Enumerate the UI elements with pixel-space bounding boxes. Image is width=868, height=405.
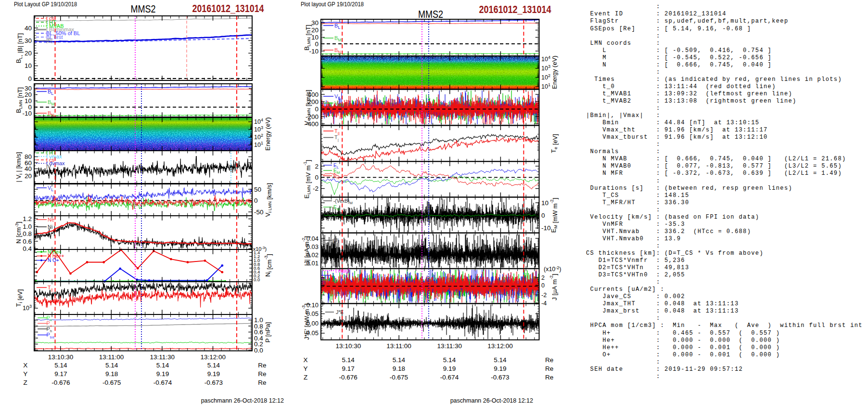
svg-text:Plot layout GP 19/10/2018: Plot layout GP 19/10/2018 xyxy=(301,0,364,8)
svg-text:102: 102 xyxy=(541,73,550,81)
svg-text:104: 104 xyxy=(254,118,263,126)
svg-text:N [cm-3]: N [cm-3] xyxy=(14,222,22,244)
svg-text:(x10-2): (x10-2) xyxy=(544,265,562,273)
svg-text:VL: VL xyxy=(48,185,53,193)
svg-text:20: 20 xyxy=(25,172,32,180)
svg-text:Ni: Ni xyxy=(48,224,52,230)
svg-text:MMS2: MMS2 xyxy=(131,3,156,15)
svg-text:J*E' [nW m-3]: J*E' [nW m-3] xyxy=(301,303,310,340)
svg-text:Ne: Ne xyxy=(48,217,54,222)
svg-text:0.4: 0.4 xyxy=(23,245,32,252)
svg-text:-0.673: -0.673 xyxy=(491,374,509,381)
svg-text:Re: Re xyxy=(258,362,266,369)
svg-text:0: 0 xyxy=(254,197,258,204)
svg-text:0: 0 xyxy=(28,75,32,82)
svg-text:t maxJ: t maxJ xyxy=(335,268,349,274)
svg-text:Y: Y xyxy=(23,370,27,378)
svg-text:-10: -10 xyxy=(309,48,319,55)
svg-text:BLMN [nT]: BLMN [nT] xyxy=(303,25,312,51)
svg-text:-0.674: -0.674 xyxy=(440,374,459,381)
svg-text:paschmann 26-Oct-2018 12:12: paschmann 26-Oct-2018 12:12 xyxy=(201,397,284,404)
svg-text:-10: -10 xyxy=(22,110,32,117)
svg-text:BLMN [nT]: BLMN [nT] xyxy=(15,87,24,113)
svg-text:-2: -2 xyxy=(313,185,319,192)
svg-text:0: 0 xyxy=(541,282,545,289)
svg-text:30: 30 xyxy=(25,37,32,44)
svg-text:9.19: 9.19 xyxy=(156,370,169,378)
svg-text:5.14: 5.14 xyxy=(494,356,507,364)
svg-text:BM: BM xyxy=(334,35,342,43)
svg-text:20: 20 xyxy=(311,26,319,34)
svg-text:Plot Layout GP 19/10/2018: Plot Layout GP 19/10/2018 xyxy=(14,0,77,8)
svg-text:Re: Re xyxy=(258,379,266,386)
svg-text:13:12:00: 13:12:00 xyxy=(201,353,226,361)
svg-text:Energy (eV): Energy (eV) xyxy=(264,117,271,150)
svg-text:9.19: 9.19 xyxy=(494,365,506,372)
svg-text:9.18: 9.18 xyxy=(393,365,405,372)
svg-text:9.19: 9.19 xyxy=(207,370,220,378)
svg-text:20: 20 xyxy=(25,50,32,57)
svg-text:0: 0 xyxy=(315,174,319,181)
svg-text:0.8: 0.8 xyxy=(23,230,32,237)
svg-text:13:11:30: 13:11:30 xyxy=(150,353,175,361)
svg-text:BM: BM xyxy=(48,99,55,107)
svg-text:2: 2 xyxy=(315,163,319,170)
svg-text:104: 104 xyxy=(541,55,550,63)
svg-text:Re: Re xyxy=(545,356,553,364)
svg-text:9.17: 9.17 xyxy=(54,370,67,378)
svg-text:50: 50 xyxy=(254,186,261,193)
svg-text:BL, |B| [nT]: BL, |B| [nT] xyxy=(15,33,24,63)
svg-text:N O+: N O+ xyxy=(48,258,59,263)
svg-text:BN: BN xyxy=(48,110,54,118)
svg-text:-50: -50 xyxy=(254,209,264,216)
svg-text:5.14: 5.14 xyxy=(207,362,220,369)
svg-text:40: 40 xyxy=(25,165,32,172)
svg-text:5.14: 5.14 xyxy=(54,362,67,369)
svg-text:-0.676: -0.676 xyxy=(339,374,357,381)
svg-text:10: 10 xyxy=(25,62,32,69)
svg-text:X: X xyxy=(23,362,27,369)
svg-text:101: 101 xyxy=(254,141,263,149)
svg-text:5.14: 5.14 xyxy=(443,356,456,364)
svg-text:13:11:30: 13:11:30 xyxy=(437,342,462,350)
svg-text:paschmann 26-Oct-2018 12:12: paschmann 26-Oct-2018 12:12 xyxy=(450,397,533,404)
svg-text:MMS2: MMS2 xyxy=(418,8,443,20)
svg-text:J [µA m-2]: J [µA m-2] xyxy=(549,274,558,300)
svg-text:13:10:30: 13:10:30 xyxy=(48,353,74,361)
svg-text:40: 40 xyxy=(25,25,32,32)
svg-text:101: 101 xyxy=(541,82,550,91)
svg-text:5.14: 5.14 xyxy=(105,362,118,369)
svg-text:BN: BN xyxy=(334,47,341,55)
svg-text:T|: T| xyxy=(334,134,339,142)
svg-text:Ve LMN [km/s]: Ve LMN [km/s] xyxy=(303,90,312,125)
svg-text:5.14: 5.14 xyxy=(156,362,169,369)
svg-text:Ni [cm-3]: Ni [cm-3] xyxy=(264,254,273,277)
svg-text:|J|: |J| xyxy=(333,237,339,243)
svg-text:|B|: |B| xyxy=(46,38,52,43)
svg-text:1.2: 1.2 xyxy=(23,215,32,222)
svg-text:9.17: 9.17 xyxy=(342,365,354,372)
svg-text:13:11:00: 13:11:00 xyxy=(99,353,124,361)
svg-text:X: X xyxy=(303,356,307,364)
svg-text:9.19: 9.19 xyxy=(443,365,456,372)
svg-text:Vi LMN [km/s]: Vi LMN [km/s] xyxy=(264,183,273,217)
svg-text:Energy (eV): Energy (eV) xyxy=(551,55,558,89)
svg-text:9.18: 9.18 xyxy=(105,370,118,378)
svg-text:-0.675: -0.675 xyxy=(390,374,408,381)
svg-text:13:11:00: 13:11:00 xyxy=(386,342,411,350)
svg-text:1.0: 1.0 xyxy=(23,223,32,230)
svg-text:103: 103 xyxy=(254,125,263,133)
svg-text:13:12:00: 13:12:00 xyxy=(487,342,513,350)
svg-text:-0.675: -0.675 xyxy=(102,379,121,386)
svg-text:Z: Z xyxy=(304,374,307,381)
svg-text:10: 10 xyxy=(541,199,549,207)
svg-text:Re: Re xyxy=(545,365,553,372)
svg-text:5.14: 5.14 xyxy=(393,356,406,364)
svg-text:0.0: 0.0 xyxy=(254,347,263,354)
svg-text:103: 103 xyxy=(23,304,32,312)
svg-text:EM: EM xyxy=(333,205,340,212)
svg-text:Te [eV]: Te [eV] xyxy=(550,134,559,153)
svg-text:Y: Y xyxy=(303,365,307,372)
svg-text:Z: Z xyxy=(24,379,27,386)
svg-text:| Vi | [km/s]: | Vi | [km/s] xyxy=(15,152,24,183)
